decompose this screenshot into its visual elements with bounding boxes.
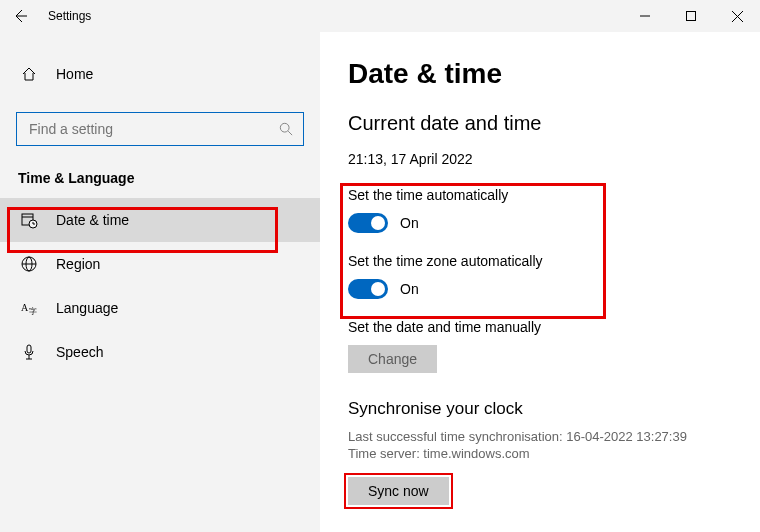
sidebar-item-label: Language (56, 300, 118, 316)
calendar-clock-icon (20, 211, 38, 229)
maximize-icon (686, 11, 696, 21)
window-title: Settings (48, 9, 91, 23)
close-icon (732, 11, 743, 22)
sidebar-item-speech[interactable]: Speech (0, 330, 320, 374)
window-minimize[interactable] (622, 1, 668, 31)
home-icon (20, 65, 38, 83)
svg-rect-1 (687, 12, 696, 21)
auto-tz-toggle[interactable] (348, 279, 388, 299)
auto-tz-label: Set the time zone automatically (348, 253, 744, 269)
svg-point-4 (280, 123, 289, 132)
svg-text:A: A (21, 302, 29, 313)
sync-server: Time server: time.windows.com (348, 446, 744, 461)
microphone-icon (20, 343, 38, 361)
search-icon (279, 122, 293, 136)
svg-text:字: 字 (29, 307, 37, 316)
sidebar-item-language[interactable]: A字 Language (0, 286, 320, 330)
sidebar-item-label: Date & time (56, 212, 129, 228)
globe-icon (20, 255, 38, 273)
sidebar-item-date-time[interactable]: Date & time (0, 198, 320, 242)
sidebar-item-label: Speech (56, 344, 103, 360)
search-box[interactable] (16, 112, 304, 146)
sidebar-item-label: Region (56, 256, 100, 272)
auto-time-toggle[interactable] (348, 213, 388, 233)
sidebar-item-region[interactable]: Region (0, 242, 320, 286)
auto-time-label: Set the time automatically (348, 187, 744, 203)
window-close[interactable] (714, 1, 760, 31)
back-button[interactable] (0, 0, 40, 32)
titlebar: Settings (0, 0, 760, 32)
auto-time-state: On (400, 215, 419, 231)
sync-last-success: Last successful time synchronisation: 16… (348, 429, 744, 444)
language-icon: A字 (20, 299, 38, 317)
current-datetime-value: 21:13, 17 April 2022 (348, 151, 744, 167)
sidebar-item-home[interactable]: Home (0, 52, 320, 96)
auto-tz-state: On (400, 281, 419, 297)
page-title: Date & time (348, 58, 744, 90)
svg-line-5 (288, 131, 292, 135)
change-button[interactable]: Change (348, 345, 437, 373)
svg-rect-14 (27, 345, 31, 353)
sidebar: Home Time & Language Date & time Region … (0, 32, 320, 532)
content-area: Date & time Current date and time 21:13,… (320, 32, 760, 532)
window-maximize[interactable] (668, 1, 714, 31)
search-input[interactable] (27, 120, 279, 138)
sidebar-home-label: Home (56, 66, 93, 82)
current-datetime-heading: Current date and time (348, 112, 744, 135)
manual-datetime-label: Set the date and time manually (348, 319, 744, 335)
back-arrow-icon (12, 8, 28, 24)
sidebar-category: Time & Language (18, 170, 320, 186)
sync-now-button[interactable]: Sync now (348, 477, 449, 505)
minimize-icon (640, 11, 650, 21)
sync-heading: Synchronise your clock (348, 399, 744, 419)
